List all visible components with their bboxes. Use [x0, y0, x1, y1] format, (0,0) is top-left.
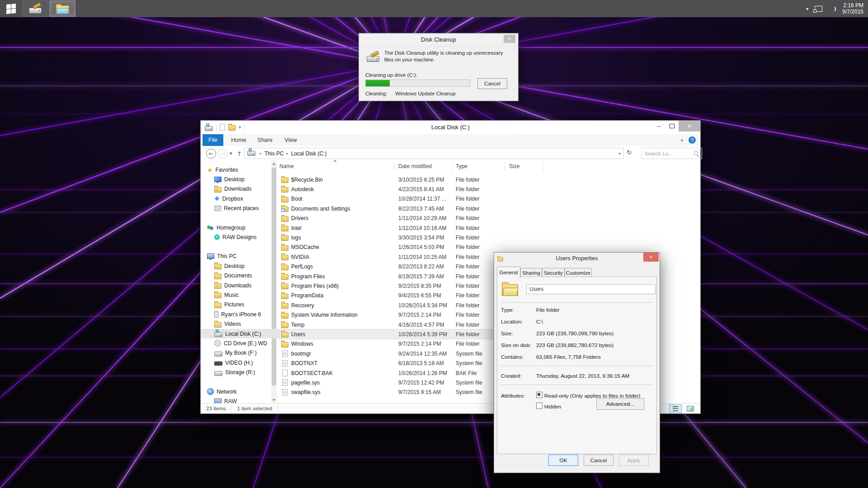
tab-customize[interactable]: Customize	[565, 268, 592, 277]
folder-icon	[214, 264, 222, 269]
scroll-up-icon[interactable]	[272, 163, 276, 165]
ok-button[interactable]: OK	[548, 455, 578, 466]
recent-locations-chevron-icon[interactable]: ▾	[230, 150, 232, 156]
forward-button[interactable]: →	[218, 149, 228, 159]
search-input[interactable]: Search Lo...	[642, 148, 702, 159]
sidebar-item-dropbox[interactable]: ❖Dropbox	[214, 194, 243, 203]
sidebar-item-desktop[interactable]: Desktop	[214, 174, 245, 184]
folder-icon	[281, 226, 288, 231]
column-header-name[interactable]: Name	[279, 160, 392, 172]
divider[interactable]	[453, 162, 453, 171]
taskbar-app-file-explorer[interactable]	[49, 0, 75, 17]
cancel-button[interactable]: Cancel	[584, 455, 613, 466]
close-button[interactable]: ×	[643, 253, 659, 262]
clock[interactable]: 2:16 PM 9/7/2015	[842, 2, 863, 15]
back-button[interactable]: ←	[206, 149, 216, 159]
sidebar-section-favorites[interactable]: ★Favorites	[207, 165, 238, 174]
close-button[interactable]: ×	[679, 121, 700, 131]
scrollbar-thumb[interactable]	[272, 168, 276, 385]
sidebar-item-documents[interactable]: Documents	[214, 271, 252, 281]
sidebar-scrollbar[interactable]	[271, 160, 277, 404]
apply-button[interactable]: Apply	[619, 455, 649, 466]
refresh-button[interactable]: ↻	[627, 149, 632, 156]
advanced-button[interactable]: Advanced...	[596, 398, 644, 410]
tab-home[interactable]: Home	[228, 134, 250, 146]
file-name: bootmgr	[291, 351, 311, 357]
tab-share[interactable]: Share	[254, 134, 276, 146]
minimize-button[interactable]: –	[652, 121, 665, 131]
file-name: Program Files	[291, 273, 325, 280]
network-icon[interactable]	[815, 6, 822, 12]
breadcrumb-this-pc[interactable]: This PC	[264, 150, 284, 157]
sidebar-section-network[interactable]: Network	[207, 387, 237, 396]
file-row[interactable]: Drivers1/11/2014 10:29 AMFile folder	[279, 214, 543, 223]
sidebar-item-local-disk-c-[interactable]: Local Disk (C:)	[201, 329, 284, 338]
file-row[interactable]: $Recycle.Bin3/10/2015 6:25 PMFile folder	[279, 175, 543, 184]
folder-icon	[281, 323, 288, 328]
divider[interactable]	[394, 162, 394, 171]
hidden-checkbox[interactable]	[536, 403, 542, 409]
readonly-checkbox[interactable]	[536, 392, 542, 398]
tab-view[interactable]: View	[280, 134, 301, 146]
close-button[interactable]: ×	[504, 35, 515, 43]
breadcrumb-local-disk[interactable]: Local Disk (C:)	[291, 150, 327, 157]
address-dropdown-chevron-icon[interactable]: ▾	[618, 151, 621, 156]
tab-file[interactable]: File	[203, 134, 223, 146]
file-icon-slot	[281, 282, 288, 289]
file-row[interactable]: Boot10/28/2014 11:37 ...File folder	[279, 194, 543, 204]
volume-icon[interactable]	[829, 5, 836, 12]
file-row[interactable]: logs3/30/2015 3:54 PMFile folder	[279, 233, 543, 242]
file-row[interactable]: Autodesk4/22/2015 8:41 AMFile folder	[279, 184, 543, 194]
tab-general[interactable]: General	[497, 267, 520, 278]
sidebar-item-ryan-s-iphone-6[interactable]: Ryan's iPhone 6	[214, 310, 261, 319]
explorer-titlebar[interactable]: ▾ Local Disk (C:) – ×	[201, 121, 700, 134]
details-view-button[interactable]	[669, 404, 682, 413]
start-button[interactable]	[0, 0, 22, 17]
tab-security[interactable]: Security	[542, 268, 565, 277]
file-name: ProgramData	[291, 292, 323, 299]
sidebar-item-desktop[interactable]: Desktop	[214, 261, 245, 271]
file-name: MSOCache	[291, 244, 319, 250]
maximize-button[interactable]	[665, 121, 679, 131]
sidebar-item-video-h-[interactable]: VIDEO (H:)	[214, 358, 253, 367]
breadcrumb[interactable]: ▸ This PC ▸ Local Disk (C:) ▾	[244, 148, 624, 159]
sidebar-item-raw-designs[interactable]: RRAW Designs	[214, 232, 256, 242]
sidebar-item-cd-drive-e-wd[interactable]: CD Drive (E:) WD	[214, 338, 267, 348]
sidebar-item-downloads[interactable]: ↓Downloads	[214, 281, 251, 290]
help-icon[interactable]: ?	[689, 136, 696, 144]
cancel-button[interactable]: Cancel	[477, 78, 507, 89]
sidebar-item-music[interactable]: Music	[214, 290, 239, 300]
sidebar-item-pictures[interactable]: Pictures	[214, 300, 244, 310]
divider[interactable]	[543, 162, 543, 171]
sidebar-section-homegroup[interactable]: Homegroup	[207, 223, 245, 232]
sidebar-item-videos[interactable]: Videos	[214, 319, 241, 329]
sidebar-item-my-book-f-[interactable]: My Book (F:)	[214, 348, 257, 358]
file-date-modified: 9/7/2015 12:42 PM	[398, 380, 444, 386]
divider[interactable]	[505, 162, 505, 171]
taskbar-app-disk-cleanup[interactable]	[22, 0, 48, 17]
sidebar-item-recent-places[interactable]: Recent places	[214, 204, 259, 213]
expand-ribbon-chevron-icon[interactable]: ▾	[681, 138, 683, 143]
folder-name-input[interactable]	[526, 284, 656, 294]
file-row[interactable]: MSOCache1/26/2014 5:03 PMFile folder	[279, 243, 543, 252]
sidebar-item-storage-r-[interactable]: Storage (R:)	[214, 368, 255, 377]
file-date-modified: 1/11/2014 10:16 AM	[398, 225, 447, 231]
sidebar-item-downloads[interactable]: ↓Downloads	[214, 184, 251, 194]
file-row[interactable]: Intel1/11/2014 10:16 AMFile folder	[279, 223, 543, 233]
tab-sharing[interactable]: Sharing	[520, 268, 542, 277]
column-header-date[interactable]: Date modified	[398, 160, 452, 172]
up-button[interactable]: ↑	[237, 150, 242, 157]
thumbnails-view-button[interactable]	[684, 404, 697, 413]
folder-down-icon: ↓	[214, 283, 222, 289]
scroll-down-icon[interactable]	[272, 399, 276, 401]
sidebar-section-label: Homegroup	[217, 225, 245, 231]
file-icon-slot	[281, 292, 288, 299]
column-header-size[interactable]: Size	[509, 160, 541, 172]
explorer-window-title: Local Disk (C:)	[201, 124, 700, 131]
file-row[interactable]: ↗Documents and Settings8/22/2013 7:45 AM…	[279, 204, 543, 213]
properties-titlebar[interactable]: Users Properties ×	[494, 253, 660, 265]
show-hidden-icons-chevron[interactable]: ▾	[806, 6, 808, 11]
disk-cleanup-titlebar[interactable]: Disk Cleanup ×	[359, 33, 518, 47]
sidebar-section-this-pc[interactable]: This PC	[207, 252, 236, 261]
column-header-type[interactable]: Type	[456, 160, 501, 172]
